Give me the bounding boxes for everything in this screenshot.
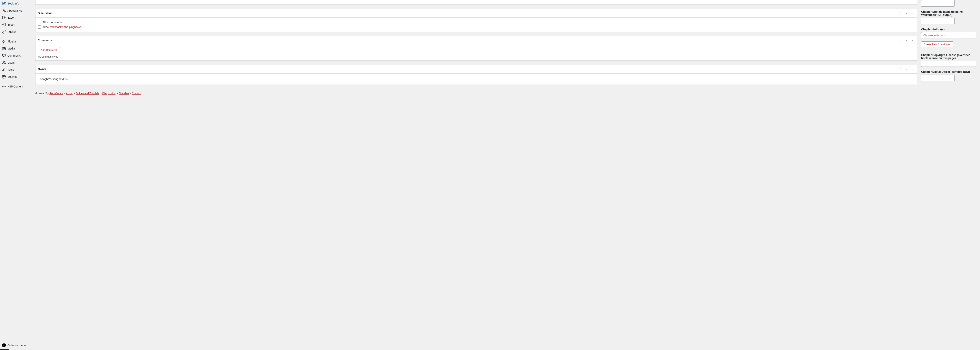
allow-trackbacks-label: Allow trackbacks and pingbacks: [43, 25, 81, 29]
panel-comments-controls: [898, 38, 915, 43]
sidebar-item-label: H5P Content: [8, 85, 23, 88]
svg-point-7: [3, 76, 5, 77]
move-up-icon[interactable]: [898, 67, 903, 71]
toggle-panel-icon[interactable]: [910, 38, 915, 43]
toggle-panel-icon[interactable]: [910, 11, 915, 16]
collapse-label: Collapse menu: [8, 344, 25, 347]
h5p-icon: H5P: [2, 85, 6, 89]
toggle-panel-icon[interactable]: [910, 67, 915, 71]
trackbacks-link[interactable]: trackbacks and pingbacks: [50, 25, 81, 29]
chapter-authors-placeholder: Choose author(s)...: [923, 34, 947, 37]
allow-trackbacks-checkbox[interactable]: [38, 25, 41, 29]
sidebar-item-label: Settings: [8, 75, 18, 78]
sidebar-item-tools[interactable]: Tools: [0, 66, 31, 73]
comment-icon: [2, 54, 6, 57]
svg-point-3: [3, 48, 5, 49]
panel-comments: Comments Add Comment No comments yet.: [35, 36, 917, 61]
allow-comments-label: Allow comments: [43, 21, 62, 24]
panel-comments-header: Comments: [35, 36, 917, 45]
move-up-icon[interactable]: [898, 38, 903, 43]
chapter-subtitle-label: Chapter Subtitle (appears in the Web/ebo…: [921, 10, 976, 16]
export-icon: [2, 16, 6, 20]
panel-discussion: Discussion Allow comments Allow trackbac…: [35, 9, 917, 32]
panel-owner-controls: [898, 67, 915, 71]
sidebar-item-settings[interactable]: Settings: [0, 73, 31, 80]
move-down-icon[interactable]: [904, 38, 909, 43]
sidebar-item-export[interactable]: Export: [0, 14, 31, 21]
panel-discussion-title: Discussion: [38, 11, 898, 15]
add-comment-button[interactable]: Add Comment: [38, 47, 60, 53]
panel-owner-body: srtaghav (srtaghav): [35, 74, 917, 85]
page-footer: Powered by Pressbooks •About •Guides and…: [35, 89, 917, 99]
panel-comments-body: Add Comment No comments yet.: [35, 45, 917, 60]
chapter-subtitle-input[interactable]: [921, 17, 955, 24]
chapter-doi-input[interactable]: [921, 74, 955, 81]
panel-discussion-controls: [898, 11, 915, 16]
panel-owner: Owner srtaghav (srtaghav): [35, 65, 917, 85]
svg-point-6: [4, 61, 5, 62]
contact-link[interactable]: Contact: [132, 92, 141, 95]
chapter-copyright-select[interactable]: [921, 61, 976, 67]
sidebar-item-comments[interactable]: Comments: [0, 52, 31, 59]
sidebar-item-import[interactable]: Import: [0, 21, 31, 28]
sidebar-item-label: Comments: [8, 54, 21, 57]
sidebar-item-media[interactable]: Media: [0, 45, 31, 52]
panel-above-empty: [35, 0, 917, 5]
sitemap-link[interactable]: Site Map: [119, 92, 129, 95]
sidebar-item-appearance[interactable]: Appearance: [0, 7, 31, 14]
users-icon: [2, 61, 6, 65]
chapter-copyright-label: Chapter Copyright License (overrides boo…: [921, 54, 976, 60]
panel-owner-title: Owner: [38, 68, 898, 71]
right-sidebar: Chapter Subtitle (appears in the Web/ebo…: [921, 0, 980, 350]
allow-comments-checkbox[interactable]: [38, 21, 41, 24]
chapter-doi-label: Chapter Digital Object Identifier (DOI): [921, 70, 976, 73]
sidebar-item-publish[interactable]: Publish: [0, 28, 31, 35]
edit-icon: [2, 2, 6, 5]
chapter-authors-label: Chapter Author(s): [921, 28, 976, 31]
link-icon: [2, 30, 6, 34]
sidebar-item-book-info[interactable]: Book Info: [0, 0, 31, 7]
camera-icon: [2, 47, 6, 51]
sidebar-item-label: Book Info: [8, 2, 19, 5]
create-contributor-button[interactable]: Create New Contributor: [921, 41, 953, 47]
sidebar-item-label: Tools: [8, 68, 14, 71]
sidebar-item-label: Import: [8, 23, 15, 26]
sidebar-item-plugins[interactable]: Plugins: [0, 38, 31, 45]
sidebar-item-label: Users: [8, 61, 15, 64]
diagnostics-link[interactable]: Diagnostics: [102, 92, 115, 95]
owner-selected-value: srtaghav (srtaghav): [40, 78, 64, 81]
sidebar-item-label: Export: [8, 16, 15, 19]
move-down-icon[interactable]: [904, 11, 909, 16]
main-content: Discussion Allow comments Allow trackbac…: [31, 0, 921, 350]
pressbooks-link[interactable]: Pressbooks: [49, 92, 63, 95]
svg-rect-4: [3, 54, 5, 56]
move-up-icon[interactable]: [898, 11, 903, 16]
sparkle-icon: [2, 9, 6, 13]
panel-discussion-body: Allow comments Allow trackbacks and ping…: [35, 17, 917, 32]
sidebar-item-label: Media: [8, 47, 15, 50]
wrench-icon: [2, 68, 6, 72]
sidebar-item-h5p[interactable]: H5P H5P Content: [0, 83, 31, 90]
admin-sidebar: Book Info Appearance Export Import Publi…: [0, 0, 31, 350]
sidebar-item-label: Publish: [8, 30, 16, 33]
bottom-dark-strip: [0, 349, 9, 350]
panel-discussion-header: Discussion: [35, 9, 917, 17]
chapter-title-input[interactable]: [921, 0, 955, 7]
collapse-menu-button[interactable]: Collapse menu: [0, 342, 31, 349]
panel-comments-title: Comments: [38, 39, 898, 42]
move-down-icon: [904, 67, 909, 71]
about-link[interactable]: About: [66, 92, 73, 95]
guides-link[interactable]: Guides and Tutorials: [76, 92, 99, 95]
sidebar-item-users[interactable]: Users: [0, 59, 31, 66]
panel-owner-header: Owner: [35, 65, 917, 74]
collapse-icon: [2, 343, 6, 347]
plug-icon: [2, 40, 6, 43]
svg-point-5: [3, 61, 4, 63]
import-icon: [2, 23, 6, 27]
sidebar-item-label: Appearance: [8, 9, 22, 12]
chapter-authors-combobox[interactable]: Choose author(s)...: [921, 32, 976, 39]
owner-select[interactable]: srtaghav (srtaghav): [38, 76, 70, 82]
sidebar-item-label: Plugins: [8, 40, 16, 43]
powered-by-text: Powered by: [35, 92, 49, 95]
gear-icon: [2, 75, 6, 79]
